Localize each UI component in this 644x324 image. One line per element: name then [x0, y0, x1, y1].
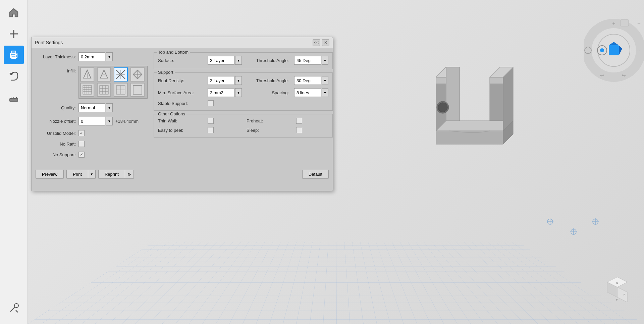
- sidebar-item-undo[interactable]: [4, 67, 24, 85]
- svg-rect-69: [83, 86, 92, 94]
- infill-option-5[interactable]: [97, 83, 111, 97]
- thin-wall-row: Thin Wall:: [158, 118, 240, 124]
- other-options-legend: Other Options: [157, 111, 186, 116]
- infill-option-1[interactable]: [97, 67, 111, 82]
- easy-to-peel-checkbox[interactable]: [208, 127, 214, 133]
- infill-option-6[interactable]: [114, 83, 128, 97]
- reprint-button[interactable]: Reprint: [98, 170, 125, 179]
- preview-button[interactable]: Preview: [36, 170, 64, 179]
- layer-thickness-dropdown[interactable]: ▼: [106, 52, 113, 61]
- quality-select[interactable]: Normal ▼: [78, 103, 113, 112]
- min-surface-area-row: Min. Surface Area: 3 mm2 ▼ Spacing: 8 li…: [158, 88, 328, 97]
- sidebar-item-tools[interactable]: [4, 299, 24, 317]
- surface-dropdown[interactable]: ▼: [235, 56, 242, 65]
- min-surface-area-select[interactable]: 3 mm2 ▼: [208, 88, 242, 97]
- infill-option-0[interactable]: [80, 67, 94, 82]
- print-dropdown-arrow[interactable]: ▼: [88, 170, 96, 179]
- print-settings-dialog: Print Settings << ✕ Layer Thickness: 0.2…: [31, 37, 333, 191]
- nozzle-offset-input[interactable]: 0 ▼: [78, 117, 113, 125]
- min-surface-area-value[interactable]: 3 mm2: [208, 88, 234, 97]
- svg-rect-76: [100, 86, 108, 94]
- nozzle-offset-dropdown[interactable]: ▼: [106, 117, 113, 125]
- svg-rect-4: [12, 56, 16, 58]
- sidebar-item-print[interactable]: [4, 46, 24, 64]
- sleep-checkbox[interactable]: [296, 127, 302, 133]
- spacing-dropdown[interactable]: ▼: [322, 88, 328, 97]
- surface-row: Surface: 3 Layer ▼ Threshold Angle: 45 D…: [158, 56, 328, 65]
- preheat-checkbox[interactable]: [296, 118, 302, 124]
- min-surface-area-dropdown[interactable]: ▼: [235, 88, 242, 97]
- reprint-gear-button[interactable]: ⚙: [125, 170, 134, 179]
- svg-rect-84: [133, 86, 142, 94]
- sidebar-item-add[interactable]: [4, 24, 24, 43]
- svg-point-5: [16, 54, 17, 55]
- no-support-row: No Support: ✓: [36, 152, 150, 158]
- dialog-close-button[interactable]: ✕: [322, 39, 329, 46]
- infill-option-2[interactable]: [114, 67, 128, 82]
- print-button[interactable]: Print: [66, 170, 88, 179]
- top-bottom-legend: Top and Bottom: [157, 50, 190, 55]
- thin-wall-checkbox[interactable]: [208, 118, 214, 124]
- layer-thickness-row: Layer Thickness: 0.2mm ▼: [36, 52, 150, 61]
- reprint-group: Reprint ⚙: [98, 170, 134, 179]
- roof-density-value[interactable]: 3 Layer: [208, 76, 234, 85]
- threshold-angle-support-value[interactable]: 30 Deg: [294, 76, 321, 85]
- sidebar-item-measure[interactable]: [4, 88, 24, 106]
- roof-density-label: Roof Density:: [158, 78, 205, 83]
- quality-dropdown[interactable]: ▼: [106, 103, 113, 112]
- no-raft-row: No Raft:: [36, 141, 150, 147]
- quality-label: Quality:: [36, 105, 76, 110]
- dialog-body: Layer Thickness: 0.2mm ▼ Infill:: [32, 48, 333, 166]
- surface-value[interactable]: 3 Layer: [208, 56, 234, 65]
- infill-option-3[interactable]: [130, 67, 145, 82]
- threshold-angle-top-dropdown[interactable]: ▼: [322, 56, 328, 65]
- infill-option-4[interactable]: [80, 83, 94, 97]
- unsolid-model-checkbox[interactable]: ✓: [78, 130, 85, 136]
- easy-to-peel-row: Easy to peel:: [158, 127, 240, 133]
- threshold-angle-support-dropdown[interactable]: ▼: [322, 76, 328, 85]
- dialog-collapse-button[interactable]: <<: [313, 39, 320, 46]
- no-raft-label: No Raft:: [36, 142, 76, 147]
- footer-left-buttons: Preview Print ▼ Reprint ⚙: [36, 170, 134, 179]
- roof-density-dropdown[interactable]: ▼: [235, 76, 242, 85]
- svg-point-14: [14, 304, 18, 308]
- preheat-row: Preheat:: [247, 118, 328, 124]
- layer-thickness-label: Layer Thickness:: [36, 54, 76, 59]
- default-button[interactable]: Default: [302, 170, 329, 179]
- surface-select[interactable]: 3 Layer ▼: [208, 56, 242, 65]
- spacing-value[interactable]: 8 lines: [294, 88, 321, 97]
- sleep-row: Sleep:: [247, 127, 328, 133]
- spacing-select[interactable]: 8 lines ▼: [294, 88, 328, 97]
- threshold-angle-support-select[interactable]: 30 Deg ▼: [294, 76, 328, 85]
- stable-support-label: Stable Support:: [158, 101, 205, 106]
- layer-thickness-value[interactable]: 0.2mm: [78, 52, 105, 61]
- infill-label: Infill:: [36, 66, 76, 73]
- threshold-angle-top-label: Threshold Angle:: [245, 58, 291, 63]
- stable-support-row: Stable Support:: [158, 100, 328, 106]
- sleep-label: Sleep:: [247, 128, 293, 133]
- threshold-angle-top-value[interactable]: 45 Deg: [294, 56, 321, 65]
- no-support-checkbox[interactable]: ✓: [78, 152, 85, 158]
- thin-wall-label: Thin Wall:: [158, 118, 205, 123]
- other-options-left: Thin Wall: Easy to peel:: [158, 118, 240, 133]
- stable-support-checkbox[interactable]: [208, 100, 214, 106]
- right-panel: Top and Bottom Surface: 3 Layer ▼ Thresh…: [154, 52, 333, 162]
- infill-option-7[interactable]: [130, 83, 145, 97]
- print-group: Print ▼: [66, 170, 96, 179]
- no-support-label: No Support:: [36, 152, 76, 157]
- dialog-overlay: Print Settings << ✕ Layer Thickness: 0.2…: [28, 0, 644, 324]
- nozzle-offset-extra: +184.40mm: [115, 119, 139, 124]
- preheat-label: Preheat:: [247, 118, 293, 123]
- sidebar-item-home[interactable]: [4, 3, 24, 22]
- nozzle-offset-value[interactable]: 0: [78, 117, 105, 125]
- layer-thickness-select[interactable]: 0.2mm ▼: [78, 52, 113, 61]
- sidebar: [0, 0, 28, 324]
- quality-value[interactable]: Normal: [78, 103, 105, 112]
- dialog-titlebar: Print Settings << ✕: [32, 37, 333, 48]
- threshold-angle-top-select[interactable]: 45 Deg ▼: [294, 56, 328, 65]
- infill-grid: [78, 66, 148, 99]
- dialog-controls: << ✕: [313, 39, 329, 46]
- spacing-label: Spacing:: [245, 90, 291, 95]
- roof-density-select[interactable]: 3 Layer ▼: [208, 76, 242, 85]
- no-raft-checkbox[interactable]: [78, 141, 85, 147]
